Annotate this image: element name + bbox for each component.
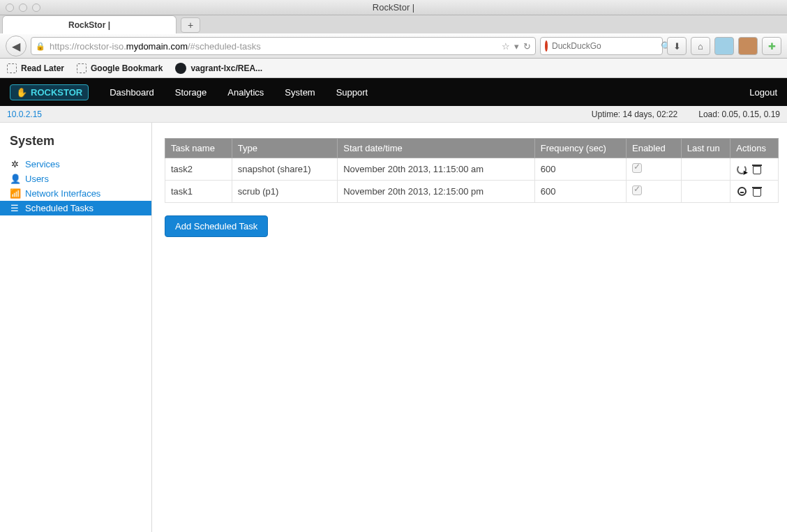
nav-analytics[interactable]: Analytics bbox=[227, 87, 264, 98]
col-frequency: Frequency (sec) bbox=[534, 139, 626, 158]
window-close-icon[interactable] bbox=[6, 3, 14, 12]
cell-last-run bbox=[681, 158, 730, 181]
table-row: task1 scrub (p1) November 20th 2013, 12:… bbox=[165, 181, 779, 203]
cell-type: snapshot (share1) bbox=[232, 158, 337, 181]
bookmark-read-later[interactable]: Read Later bbox=[7, 63, 64, 73]
page-icon bbox=[7, 63, 17, 73]
sidebar: System ✲ Services 👤 Users 📶 Network Inte… bbox=[0, 123, 152, 532]
checkbox-enabled[interactable] bbox=[632, 163, 642, 173]
bookmark-label: Google Bookmark bbox=[91, 63, 163, 73]
url-host: mydomain.com bbox=[126, 41, 188, 52]
sidebar-heading: System bbox=[0, 134, 151, 157]
ip-address[interactable]: 10.0.2.15 bbox=[7, 109, 42, 119]
sidebar-item-services[interactable]: ✲ Services bbox=[0, 157, 151, 172]
user-icon: 👤 bbox=[10, 174, 20, 184]
bars-icon: 📶 bbox=[10, 188, 20, 199]
addon-button-2[interactable] bbox=[738, 37, 758, 55]
nav-system[interactable]: System bbox=[285, 87, 315, 98]
bookmark-star-icon[interactable]: ☆ bbox=[502, 41, 510, 52]
load-text: Load: 0.05, 0.15, 0.19 bbox=[698, 109, 780, 119]
dropdown-icon[interactable]: ▾ bbox=[514, 41, 519, 52]
github-icon bbox=[175, 63, 186, 74]
bookmark-vagrant-lxc[interactable]: vagrant-lxc/REA... bbox=[175, 63, 262, 74]
main-area: System ✲ Services 👤 Users 📶 Network Inte… bbox=[0, 123, 787, 532]
sidebar-item-label: Network Interfaces bbox=[25, 188, 100, 199]
url-bar[interactable]: 🔒 https://rockstor-iso.mydomain.com/#sch… bbox=[31, 37, 536, 55]
col-enabled: Enabled bbox=[626, 139, 681, 158]
window-minimize-icon[interactable] bbox=[19, 3, 27, 12]
uptime-text: Uptime: 14 days, 02:22 bbox=[592, 109, 677, 119]
run-task-icon[interactable]: ➤ bbox=[736, 164, 747, 175]
bookmark-label: Read Later bbox=[21, 63, 64, 73]
sidebar-item-label: Users bbox=[25, 174, 49, 184]
add-scheduled-task-button[interactable]: Add Scheduled Task bbox=[165, 215, 268, 237]
nav-dashboard[interactable]: Dashboard bbox=[110, 87, 154, 98]
gear-icon: ✲ bbox=[10, 159, 20, 169]
nav-support[interactable]: Support bbox=[336, 87, 368, 98]
sidebar-item-scheduled-tasks[interactable]: ☰ Scheduled Tasks bbox=[0, 201, 151, 215]
cell-last-run bbox=[681, 181, 730, 203]
nav-storage[interactable]: Storage bbox=[175, 87, 207, 98]
page-icon bbox=[77, 63, 87, 73]
nav-logout[interactable]: Logout bbox=[749, 87, 777, 98]
checkbox-enabled[interactable] bbox=[632, 185, 642, 195]
window-zoom-icon[interactable] bbox=[32, 3, 40, 12]
url-scheme: https:// bbox=[50, 41, 77, 52]
sidebar-item-network-interfaces[interactable]: 📶 Network Interfaces bbox=[0, 186, 151, 201]
duckduckgo-icon bbox=[545, 40, 548, 52]
back-button[interactable]: ◀ bbox=[6, 36, 27, 56]
cell-actions: ➤ bbox=[730, 158, 779, 181]
lock-icon: 🔒 bbox=[36, 42, 45, 51]
browser-tab-title: RockStor | bbox=[68, 20, 110, 30]
cell-start: November 20th 2013, 12:15:00 pm bbox=[338, 181, 535, 203]
url-path: /#scheduled-tasks bbox=[188, 41, 261, 52]
bookmark-label: vagrant-lxc/REA... bbox=[190, 63, 262, 73]
col-actions: Actions bbox=[730, 139, 779, 158]
window-titlebar: RockStor | bbox=[0, 0, 787, 15]
delete-task-icon[interactable] bbox=[751, 164, 763, 175]
search-engine-box[interactable]: 🔍 bbox=[540, 37, 663, 55]
cell-start: November 20th 2013, 11:15:00 am bbox=[338, 158, 535, 181]
table-header-row: Task name Type Start date/time Frequency… bbox=[165, 139, 779, 158]
sidebar-item-label: Services bbox=[25, 159, 60, 169]
cursor-icon: ➤ bbox=[742, 169, 748, 176]
col-start: Start date/time bbox=[338, 139, 535, 158]
col-type: Type bbox=[232, 139, 337, 158]
bookmark-google-bookmark[interactable]: Google Bookmark bbox=[77, 63, 163, 73]
browser-tabstrip: RockStor | + bbox=[0, 15, 787, 33]
list-icon: ☰ bbox=[10, 203, 20, 213]
addon-button-1[interactable] bbox=[714, 37, 734, 55]
addon-button-3[interactable]: ✚ bbox=[762, 37, 781, 55]
new-tab-button[interactable]: + bbox=[181, 17, 200, 33]
home-button[interactable]: ⌂ bbox=[691, 37, 710, 55]
cell-frequency: 600 bbox=[534, 158, 626, 181]
cell-enabled bbox=[626, 158, 681, 181]
cell-task-name: task2 bbox=[165, 158, 232, 181]
content: Task name Type Start date/time Frequency… bbox=[152, 123, 787, 532]
reload-icon[interactable]: ↻ bbox=[523, 41, 531, 52]
cell-frequency: 600 bbox=[534, 181, 626, 203]
browser-tab-active[interactable]: RockStor | bbox=[2, 15, 177, 33]
sidebar-item-label: Scheduled Tasks bbox=[25, 203, 93, 213]
rockstor-logo-icon: ✋ bbox=[16, 87, 27, 98]
search-input[interactable] bbox=[552, 41, 657, 51]
cell-type: scrub (p1) bbox=[232, 181, 337, 203]
bookmarks-bar: Read Later Google Bookmark vagrant-lxc/R… bbox=[0, 59, 787, 78]
col-last-run: Last run bbox=[681, 139, 730, 158]
browser-toolbar: ◀ 🔒 https://rockstor-iso.mydomain.com/#s… bbox=[0, 33, 787, 59]
brand-logo[interactable]: ✋ ROCKSTOR bbox=[10, 84, 89, 100]
col-task-name: Task name bbox=[165, 139, 232, 158]
delete-task-icon[interactable] bbox=[751, 186, 763, 197]
downloads-button[interactable]: ⬇ bbox=[667, 37, 687, 55]
app-navbar: ✋ ROCKSTOR Dashboard Storage Analytics S… bbox=[0, 78, 787, 106]
sidebar-item-users[interactable]: 👤 Users bbox=[0, 172, 151, 186]
cell-enabled bbox=[626, 181, 681, 203]
brand-text: ROCKSTOR bbox=[31, 87, 82, 98]
cell-task-name: task1 bbox=[165, 181, 232, 203]
table-row: task2 snapshot (share1) November 20th 20… bbox=[165, 158, 779, 181]
status-strip: 10.0.2.15 Uptime: 14 days, 02:22 Load: 0… bbox=[0, 106, 787, 123]
window-title: RockStor | bbox=[0, 2, 787, 13]
disable-task-icon[interactable] bbox=[736, 186, 747, 197]
url-subdomain: rockstor-iso. bbox=[77, 41, 126, 52]
cell-actions bbox=[730, 181, 779, 203]
